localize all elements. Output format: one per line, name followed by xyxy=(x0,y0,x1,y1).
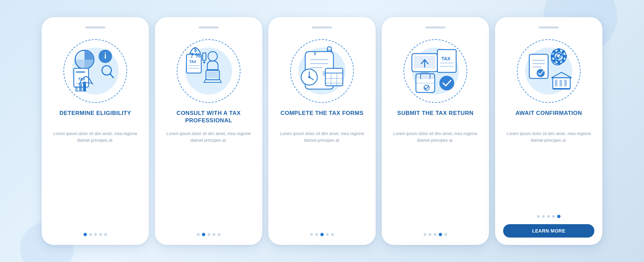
icon-group-5: $ xyxy=(522,44,576,98)
card-desc-1: Lorem ipsum dolor sit dim amet, mea regi… xyxy=(50,130,141,227)
phone-notch xyxy=(425,26,445,28)
dot-1 xyxy=(429,233,431,236)
eligibility-icon: i TAX xyxy=(68,44,122,98)
phone-notch xyxy=(199,26,219,28)
submit-icon: TAX xyxy=(409,44,462,98)
svg-rect-52 xyxy=(416,74,435,79)
svg-text:$: $ xyxy=(555,56,558,62)
svg-point-22 xyxy=(203,61,205,63)
svg-point-73 xyxy=(537,69,545,77)
svg-rect-9 xyxy=(79,84,82,91)
dot-active xyxy=(202,233,205,236)
svg-rect-10 xyxy=(83,82,86,91)
card-title-1: DETERMINE ELIGIBILITY xyxy=(59,110,131,126)
card-await-confirmation: $ AWAIT CONFIRMATION Lorem ipsum dolor s… xyxy=(495,17,602,245)
svg-text:TAX: TAX xyxy=(441,56,451,61)
icon-area-4: TAX xyxy=(400,36,471,106)
dot-0 xyxy=(197,233,200,236)
dots-row-5 xyxy=(537,215,560,218)
dot-active xyxy=(439,233,442,236)
svg-point-12 xyxy=(208,52,217,61)
dots-row-3 xyxy=(310,233,334,236)
card-title-3: COMPLETE THE TAX FORMS xyxy=(280,110,364,126)
card-title-2: CONSULT WITH A TAX PROFESSIONAL xyxy=(163,110,254,126)
card-submit-tax-return: TAX xyxy=(382,17,489,245)
dot-0 xyxy=(537,215,540,218)
svg-rect-77 xyxy=(559,80,562,86)
dot-2 xyxy=(547,215,550,218)
dot-1 xyxy=(89,233,92,236)
dots-row-2 xyxy=(197,233,220,236)
forms-icon: $ xyxy=(295,44,349,98)
card-title-5: AWAIT CONFIRMATION xyxy=(516,110,582,126)
svg-rect-76 xyxy=(555,80,557,86)
dot-4 xyxy=(218,233,220,236)
dot-0 xyxy=(310,233,313,236)
card-desc-4: Lorem ipsum dolor sit dim amet, mea regi… xyxy=(390,130,481,227)
dots-row-1 xyxy=(84,233,107,236)
card-complete-tax-forms: $ xyxy=(268,17,376,245)
svg-line-3 xyxy=(110,74,113,78)
svg-point-35 xyxy=(308,76,310,78)
dots-row-4 xyxy=(424,233,447,236)
dot-3 xyxy=(99,233,102,236)
svg-rect-14 xyxy=(207,72,218,78)
dot-1 xyxy=(542,215,545,218)
icon-group-1: i TAX xyxy=(68,44,122,98)
dot-4 xyxy=(104,233,107,236)
dot-1 xyxy=(315,233,318,236)
cards-container: i TAX xyxy=(42,17,602,245)
phone-notch xyxy=(539,26,559,28)
icon-area-1: i TAX xyxy=(60,36,130,106)
icon-group-3: $ xyxy=(295,44,349,98)
svg-rect-8 xyxy=(75,86,78,91)
card-title-4: SUBMIT THE TAX RETURN xyxy=(397,110,473,126)
card-desc-5: Lorem ipsum dolor sit dim amet, mea regi… xyxy=(503,130,594,209)
svg-text:$: $ xyxy=(314,52,316,56)
icon-area-5: $ xyxy=(514,36,584,106)
dot-2 xyxy=(94,233,97,236)
card-desc-3: Lorem ipsum dolor sit dim amet, mea regi… xyxy=(276,130,368,227)
icon-area-2: TAX ? % xyxy=(173,36,244,106)
dot-0 xyxy=(424,233,426,236)
svg-marker-75 xyxy=(551,72,572,78)
svg-text:$: $ xyxy=(194,47,197,53)
dot-2 xyxy=(208,233,210,236)
dot-3 xyxy=(552,215,555,218)
svg-text:TAX: TAX xyxy=(189,60,197,64)
dot-4 xyxy=(444,233,447,236)
learn-more-button[interactable]: LEARN MORE xyxy=(503,224,594,238)
card-desc-2: Lorem ipsum dolor sit dim amet, mea regi… xyxy=(163,130,254,227)
icon-group-4: TAX xyxy=(409,44,462,98)
svg-rect-21 xyxy=(203,53,206,60)
card-consult-tax-professional: TAX ? % xyxy=(155,17,262,245)
phone-notch xyxy=(85,26,105,28)
phone-notch xyxy=(312,26,332,28)
svg-point-57 xyxy=(439,76,454,90)
dot-active xyxy=(84,233,87,236)
dot-active xyxy=(557,215,560,218)
dot-4 xyxy=(331,233,334,236)
svg-text:i: i xyxy=(104,51,107,60)
dot-active xyxy=(320,233,324,236)
icon-area-3: $ xyxy=(287,36,357,106)
consult-icon: TAX ? % xyxy=(182,44,235,98)
dot-3 xyxy=(326,233,329,236)
icon-group-2: TAX ? % xyxy=(182,44,235,98)
svg-rect-78 xyxy=(564,80,567,86)
confirmation-icon: $ xyxy=(522,44,576,98)
dot-2 xyxy=(434,233,436,236)
svg-rect-5 xyxy=(76,71,85,73)
dot-3 xyxy=(213,233,215,236)
svg-text:%: % xyxy=(195,52,201,59)
card-determine-eligibility: i TAX xyxy=(42,17,149,245)
